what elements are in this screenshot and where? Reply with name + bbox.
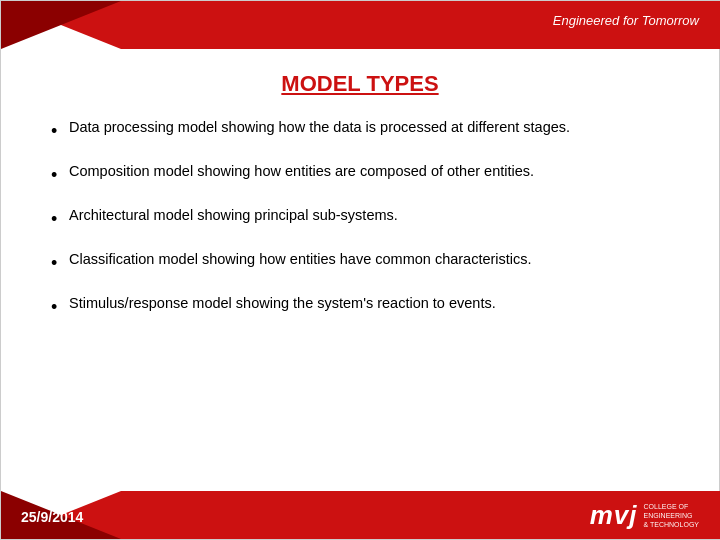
footer-date: 25/9/2014 [21, 509, 83, 525]
bullet-text-4: Stimulus/response model showing the syst… [69, 293, 669, 315]
bullet-dot-icon: • [51, 294, 69, 321]
bullet-dot-icon: • [51, 162, 69, 189]
bullet-list: •Data processing model showing how the d… [51, 117, 669, 337]
logo-subtitle: COLLEGE OF ENGINEERING & TECHNOLOGY [644, 502, 700, 529]
slide-content: MODEL TYPES •Data processing model showi… [51, 61, 669, 481]
slide: Engineered for Tomorrow 25/9/2014 mvj CO… [0, 0, 720, 540]
bullet-text-2: Architectural model showing principal su… [69, 205, 669, 227]
list-item: •Stimulus/response model showing the sys… [51, 293, 669, 321]
logo-text: mvj [590, 500, 638, 531]
list-item: •Architectural model showing principal s… [51, 205, 669, 233]
header-tagline: Engineered for Tomorrow [553, 13, 699, 28]
bullet-dot-icon: • [51, 250, 69, 277]
list-item: •Composition model showing how entities … [51, 161, 669, 189]
bullet-text-3: Classification model showing how entitie… [69, 249, 669, 271]
bullet-text-1: Composition model showing how entities a… [69, 161, 669, 183]
bullet-dot-icon: • [51, 206, 69, 233]
bullet-text-0: Data processing model showing how the da… [69, 117, 669, 139]
list-item: •Classification model showing how entiti… [51, 249, 669, 277]
top-left-triangle [1, 1, 121, 49]
bullet-dot-icon: • [51, 118, 69, 145]
footer-logo: mvj COLLEGE OF ENGINEERING & TECHNOLOGY [590, 500, 699, 531]
list-item: •Data processing model showing how the d… [51, 117, 669, 145]
slide-title: MODEL TYPES [51, 71, 669, 97]
